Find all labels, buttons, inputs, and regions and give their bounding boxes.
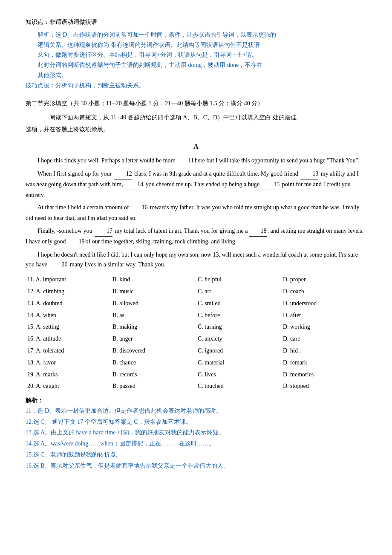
option-cell: 20. A. caught	[26, 380, 111, 392]
option-cell: C. ignored	[196, 345, 281, 357]
option-cell: B. records	[111, 369, 196, 381]
option-cell: 11. A. important	[26, 274, 111, 286]
option-cell: B. passed	[111, 380, 196, 392]
answer-label: 解析：	[26, 397, 43, 404]
analysis-block: 解析：选 D。在作状语的分词前常可加一个时间，条件，让步状语的引导词，以表示更强…	[37, 30, 366, 81]
tip-text: 技巧点拨：分析句子机构，判断主被动关系。	[26, 81, 366, 91]
option-cell: B. kind	[111, 274, 196, 286]
option-row: 17. A. toleratedB. discoveredC. ignoredD…	[26, 345, 366, 357]
option-row: 12. A. climbingB. musicC. artD. coach	[26, 286, 366, 298]
option-cell: B. chance	[111, 357, 196, 369]
option-cell: D. after	[281, 309, 366, 321]
option-row: 14. A. whenB. asC. beforeD. after	[26, 309, 366, 321]
option-row: 16. A. attitudeB. angerC. anxietyD. care	[26, 333, 366, 345]
analysis-line5: 其他形式。	[37, 72, 67, 78]
option-row: 20. A. caughtB. passedC. touchedD. stopp…	[26, 380, 366, 392]
option-cell: C. lives	[196, 369, 281, 381]
option-cell: D. care	[281, 333, 366, 345]
option-cell: D. proper	[281, 274, 366, 286]
analysis-line2: 逻辑关系。这种现象被称为 带有连词的分词作状语。此结构等同状语从句但不是状语	[37, 42, 260, 48]
knowledge-point-text: 知识点：非谓语动词做状语	[26, 19, 97, 25]
option-cell: D. memories	[281, 369, 366, 381]
paragraph-1: I hope this finds you well. Perhaps a le…	[26, 156, 366, 166]
option-cell: 15. A. setting	[26, 321, 111, 333]
option-cell: C. material	[196, 357, 281, 369]
options-table: 11. A. importantB. kindC. helpfulD. prop…	[26, 274, 366, 392]
option-cell: C. touched	[196, 380, 281, 392]
option-cell: D. remark	[281, 357, 366, 369]
option-cell: C. before	[196, 309, 281, 321]
option-cell: 17. A. tolerated	[26, 345, 111, 357]
option-cell: C. helpful	[196, 274, 281, 286]
option-row: 19. A. marksB. recordsC. livesD. memorie…	[26, 369, 366, 381]
answer-section: 解析： 11．选 D。表示一封信更加合适。但是作者想借此机会表达对老师的感谢。1…	[26, 396, 366, 471]
answer-line: 14.选 A。was/were doing……when；固定搭配，正在……，在这…	[26, 439, 366, 449]
blank-13: 13	[300, 169, 318, 179]
blank-19: 19	[66, 237, 84, 247]
option-cell: 14. A. when	[26, 309, 111, 321]
section-instruction2: 选项，并在答题上将该项涂黑。	[26, 124, 366, 135]
option-row: 13. A. doubtedB. allowedC. smiledD. unde…	[26, 298, 366, 309]
answer-line: 12.选 C。 通过下文 17 个空后可知答案是 C，报名参加艺术课。	[26, 417, 366, 427]
option-cell: D. working	[281, 321, 366, 333]
option-cell: 13. A. doubted	[26, 298, 111, 309]
blank-11: 11	[176, 156, 193, 166]
option-cell: 16. A. attitude	[26, 333, 111, 345]
option-cell: 19. A. marks	[26, 369, 111, 381]
paragraph-4: Finally, -somehow you 17 my total lack o…	[26, 226, 366, 247]
knowledge-point-label: 知识点：非谓语动词做状语	[26, 17, 366, 27]
option-cell: C. art	[196, 286, 281, 298]
option-cell: B. music	[111, 286, 196, 298]
option-cell: 12. A. climbing	[26, 286, 111, 298]
option-cell: D. stopped	[281, 380, 366, 392]
option-cell: B. discovered	[111, 345, 196, 357]
option-cell: D. coach	[281, 286, 366, 298]
paragraph-3: At that time I held a certain amount of1…	[26, 202, 366, 223]
blank-15: 15	[262, 179, 280, 190]
option-cell: C. turning	[196, 321, 281, 333]
blank-20: 20	[49, 260, 67, 270]
option-cell: C. smiled	[196, 298, 281, 309]
analysis-intro-text: 解析：选 D。在作状语的分词前常可加一个时间，条件，让步状语的引导词，以表示更强…	[37, 32, 276, 78]
analysis-line4: 此时分词的判断依然遵循与句子主语的判断规则，主动用 doing，被动用 done…	[37, 62, 262, 68]
option-row: 15. A. settingB. makingC. turningD. work…	[26, 321, 366, 333]
option-cell: B. anger	[111, 333, 196, 345]
answer-line: 15.选 C。老师的鼓励是我的转折点。	[26, 450, 366, 460]
blank-18: 18	[249, 226, 267, 237]
option-cell: C. anxiety	[196, 333, 281, 345]
section-instruction: 阅读下面两篇短文，从 11--40 各题所给的四个选项 A、B、C、D）中出可以…	[37, 113, 366, 123]
answer-line: 13.选 A。由上文的 have a hard time 可知，我的好朋友对我的…	[26, 428, 366, 438]
blank-12: 12	[114, 169, 132, 179]
option-cell: B. as	[111, 309, 196, 321]
blank-14: 14	[125, 179, 143, 190]
analysis-line3: 从句，做题时要进行区分。本结构是：引导词+分词；状语从句是：引导词 +主+谓。	[37, 52, 258, 58]
option-cell: D. hid ,	[281, 345, 366, 357]
answer-line: 16.选 B。表示对父亲生气，但是老师直率地告示我父亲是一个非常伟大的人。	[26, 461, 366, 471]
answer-line: 11．选 D。表示一封信更加合适。但是作者想借此机会表达对老师的感谢。	[26, 406, 366, 416]
option-row: 11. A. importantB. kindC. helpfulD. prop…	[26, 274, 366, 286]
option-cell: D. understood	[281, 298, 366, 309]
blank-16: 16	[130, 202, 148, 213]
passage-title: A	[26, 141, 366, 152]
blank-17: 17	[95, 226, 112, 237]
option-row: 18. A. favorB. chanceC. materialD. remar…	[26, 357, 366, 369]
option-cell: B. making	[111, 321, 196, 333]
paragraph-2: When I first signed up for your 12 class…	[26, 169, 366, 200]
section-header: 第二节完形填空（共 30 小题；11--20 题每小题 1 分，21—40 题每…	[26, 98, 366, 109]
option-cell: B. allowed	[111, 298, 196, 309]
option-cell: 18. A. favor	[26, 357, 111, 369]
paragraph-5: I hope he doesn't need it like I did, bu…	[26, 250, 366, 271]
